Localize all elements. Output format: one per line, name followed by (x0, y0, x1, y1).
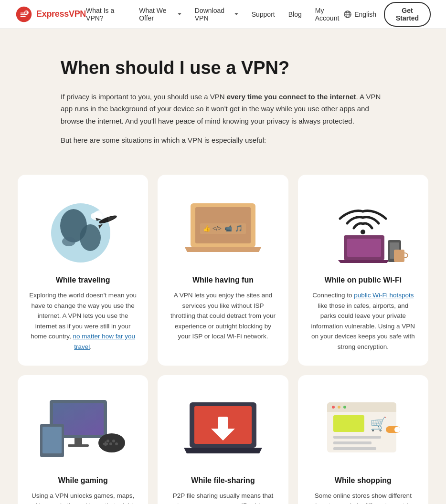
card-filesharing-image (175, 390, 271, 467)
svg-point-26 (361, 230, 365, 234)
nav-links: What Is a VPN? What We Offer Download VP… (86, 7, 344, 22)
card-gaming: While gaming Using a VPN unlocks games, … (18, 375, 148, 504)
hero-section: When should I use a VPN? If privacy is i… (51, 29, 395, 165)
svg-rect-60 (333, 447, 376, 450)
card-fun: 👍 </> 📹 🎵 While having fun A VPN lets yo… (158, 175, 288, 366)
card-filesharing-title: While file-sharing (191, 476, 255, 485)
nav-item-what-we-offer[interactable]: What We Offer (139, 7, 181, 22)
nav-item-support[interactable]: Support (252, 10, 275, 18)
svg-point-42 (109, 442, 112, 445)
svg-rect-45 (105, 441, 106, 446)
card-fun-title: While having fun (192, 276, 254, 284)
navbar: E ExpressVPN What Is a VPN? What We Offe… (0, 0, 446, 29)
svg-point-40 (106, 440, 109, 442)
nav-item-what-is-vpn[interactable]: What Is a VPN? (86, 7, 126, 22)
logo-icon: E (15, 6, 32, 23)
chevron-down-icon (234, 13, 238, 15)
language-label: English (354, 10, 376, 18)
svg-rect-36 (68, 444, 89, 447)
card-wifi-link[interactable]: public Wi-Fi hotspots (354, 292, 414, 299)
svg-text:👍: 👍 (203, 224, 211, 232)
card-shopping-image: 🛒 (315, 390, 411, 467)
cards-grid-bottom: While gaming Using a VPN unlocks games, … (18, 375, 428, 504)
svg-text:E: E (25, 11, 27, 14)
card-traveling: While traveling Exploring the world does… (18, 175, 148, 366)
svg-point-41 (112, 440, 115, 442)
card-filesharing: While file-sharing P2P file sharing usua… (158, 375, 288, 504)
svg-point-43 (115, 442, 118, 445)
svg-text:</>: </> (212, 225, 222, 232)
card-fun-desc: A VPN lets you enjoy the sites and servi… (169, 290, 276, 342)
svg-rect-31 (394, 250, 404, 262)
svg-text:🎵: 🎵 (235, 224, 243, 232)
nav-item-my-account[interactable]: My Account (315, 7, 344, 22)
logo[interactable]: E ExpressVPN (15, 6, 86, 23)
card-fun-image: 👍 </> 📹 🎵 (175, 190, 271, 266)
nav-item-download-vpn[interactable]: Download VPN (195, 7, 238, 22)
card-shopping-desc: Some online stores show different prices… (309, 491, 417, 504)
hero-paragraph-2: But here are some situations in which a … (61, 135, 385, 146)
nav-item-blog[interactable]: Blog (288, 10, 302, 18)
nav-right: English Get Started (344, 2, 431, 27)
svg-point-11 (62, 237, 75, 246)
card-gaming-image (35, 390, 131, 467)
card-wifi: While on public Wi-Fi Connecting to publ… (298, 175, 428, 366)
svg-text:🛒: 🛒 (370, 416, 387, 432)
svg-point-53 (332, 406, 335, 409)
svg-rect-28 (347, 239, 381, 257)
svg-point-62 (394, 427, 400, 432)
get-started-button[interactable]: Get Started (384, 2, 431, 27)
svg-rect-59 (333, 441, 372, 444)
svg-rect-38 (42, 427, 62, 453)
card-wifi-image (315, 190, 411, 266)
svg-rect-58 (333, 436, 381, 439)
svg-point-10 (80, 224, 101, 251)
card-traveling-link[interactable]: no matter how far you travel (73, 333, 136, 350)
logo-text: ExpressVPN (36, 9, 86, 19)
card-filesharing-desc: P2P file sharing usually means that stra… (169, 491, 276, 504)
card-gaming-desc: Using a VPN unlocks games, maps, skins, … (29, 491, 137, 504)
svg-point-55 (343, 406, 346, 409)
svg-rect-56 (333, 415, 364, 432)
svg-rect-52 (327, 408, 396, 412)
hero-paragraph-1: If privacy is important to you, you shou… (61, 91, 385, 127)
card-shopping-title: While shopping (335, 476, 392, 485)
page-title: When should I use a VPN? (61, 57, 385, 79)
cards-section: While traveling Exploring the world does… (8, 165, 438, 504)
language-selector[interactable]: English (344, 10, 376, 18)
card-wifi-desc: Connecting to public Wi-Fi hotspots like… (309, 290, 417, 352)
cards-grid-top: While traveling Exploring the world does… (18, 175, 428, 366)
globe-icon (344, 10, 351, 18)
svg-point-54 (338, 406, 340, 409)
card-traveling-desc: Exploring the world doesn't mean you hav… (29, 290, 137, 352)
card-wifi-title: While on public Wi-Fi (325, 276, 402, 284)
card-shopping: 🛒 While shopping Some online stores show… (298, 375, 428, 504)
card-gaming-title: While gaming (58, 476, 108, 485)
svg-rect-35 (74, 438, 82, 445)
svg-text:📹: 📹 (224, 224, 233, 232)
card-traveling-image (35, 190, 131, 266)
card-traveling-title: While traveling (56, 276, 110, 284)
chevron-down-icon (178, 13, 181, 15)
